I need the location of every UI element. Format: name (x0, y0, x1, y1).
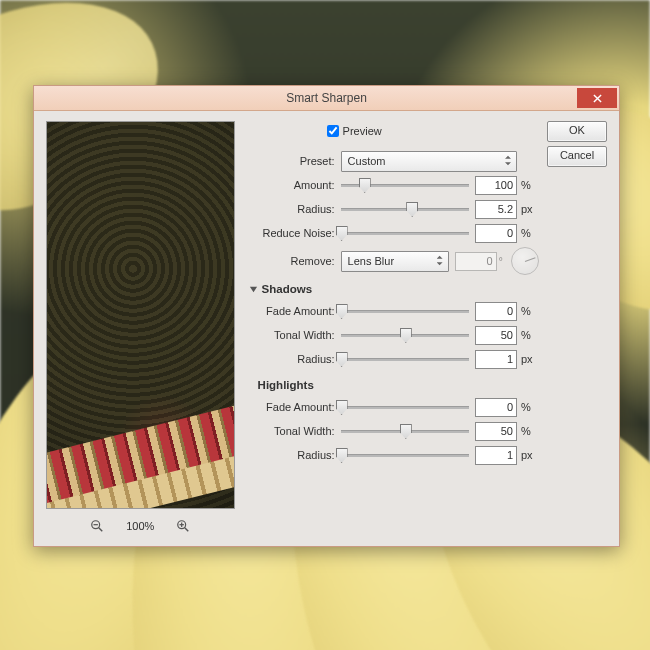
amount-slider[interactable] (341, 177, 469, 193)
highlights-tonal-slider[interactable] (341, 423, 469, 439)
highlights-fade-field[interactable]: 0 (475, 398, 517, 417)
highlights-tonal-label: Tonal Width: (249, 425, 341, 437)
shadows-fade-slider[interactable] (341, 303, 469, 319)
remove-angle-field: 0 (455, 252, 497, 271)
zoom-out-icon[interactable] (90, 519, 104, 533)
angle-dial (511, 247, 539, 275)
highlights-radius-label: Radius: (249, 449, 341, 461)
highlights-fade-label: Fade Amount: (249, 401, 341, 413)
ok-button[interactable]: OK (547, 121, 607, 142)
cancel-button[interactable]: Cancel (547, 146, 607, 167)
zoom-in-icon[interactable] (176, 519, 190, 533)
preset-dropdown[interactable]: Custom (341, 151, 517, 172)
smart-sharpen-dialog: Smart Sharpen 100% OK Cancel (33, 85, 620, 547)
remove-label: Remove: (249, 255, 341, 267)
reduce-noise-label: Reduce Noise: (249, 227, 341, 239)
radius-field[interactable]: 5.2 (475, 200, 517, 219)
preview-checkbox[interactable]: Preview (327, 125, 382, 137)
remove-dropdown[interactable]: Lens Blur (341, 251, 449, 272)
shadows-fade-label: Fade Amount: (249, 305, 341, 317)
shadows-header[interactable]: Shadows (249, 279, 539, 299)
close-icon (593, 94, 602, 103)
reduce-noise-field[interactable]: 0 (475, 224, 517, 243)
shadows-radius-field[interactable]: 1 (475, 350, 517, 369)
preset-label: Preset: (249, 155, 341, 167)
shadows-tonal-slider[interactable] (341, 327, 469, 343)
svg-line-4 (185, 528, 189, 532)
amount-field[interactable]: 100 (475, 176, 517, 195)
shadows-tonal-label: Tonal Width: (249, 329, 341, 341)
shadows-tonal-field[interactable]: 50 (475, 326, 517, 345)
reduce-noise-slider[interactable] (341, 225, 469, 241)
preview-image[interactable] (46, 121, 235, 509)
highlights-header[interactable]: Highlights (249, 375, 539, 395)
window-title: Smart Sharpen (34, 91, 619, 105)
close-button[interactable] (577, 88, 617, 108)
highlights-radius-field[interactable]: 1 (475, 446, 517, 465)
shadows-fade-field[interactable]: 0 (475, 302, 517, 321)
highlights-tonal-field[interactable]: 50 (475, 422, 517, 441)
svg-line-1 (99, 528, 103, 532)
amount-label: Amount: (249, 179, 341, 191)
preview-checkbox-label: Preview (343, 125, 382, 137)
zoom-level: 100% (126, 520, 154, 532)
titlebar[interactable]: Smart Sharpen (34, 86, 619, 111)
shadows-radius-slider[interactable] (341, 351, 469, 367)
preview-checkbox-input[interactable] (327, 125, 339, 137)
disclosure-triangle-icon (249, 285, 258, 294)
highlights-radius-slider[interactable] (341, 447, 469, 463)
radius-slider[interactable] (341, 201, 469, 217)
shadows-radius-label: Radius: (249, 353, 341, 365)
highlights-fade-slider[interactable] (341, 399, 469, 415)
radius-label: Radius: (249, 203, 341, 215)
